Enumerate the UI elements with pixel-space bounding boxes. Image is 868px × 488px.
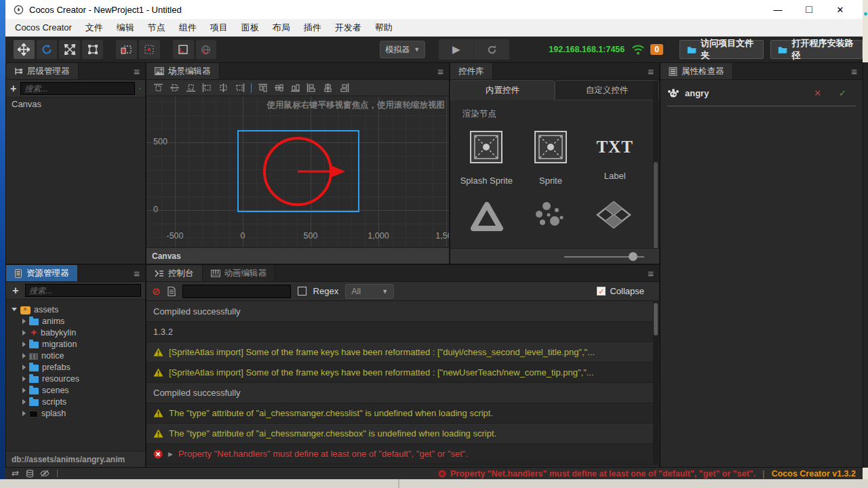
pivot-center-button[interactable] (139, 40, 160, 59)
expander-icon[interactable] (22, 319, 26, 324)
widget-tiledmap-icon[interactable] (596, 201, 631, 229)
console-scrollbar[interactable] (653, 302, 658, 464)
move-tool-button[interactable] (14, 40, 35, 59)
statusbar-error[interactable]: Property "Net.handlers" must define at l… (438, 469, 755, 479)
expander-icon[interactable] (22, 376, 26, 382)
tab-assets[interactable]: 资源管理器 (6, 265, 78, 281)
simulator-dropdown[interactable]: 模拟器 ▼ (380, 41, 425, 58)
menu-cocos-creator[interactable]: Cocos Creator (5, 22, 79, 33)
console-filter-input[interactable] (182, 285, 291, 298)
link-icon[interactable] (139, 84, 141, 94)
align-bottom-icon[interactable] (186, 83, 196, 92)
log-row-warning[interactable]: The "type" attribute of "ai_chessmanger.… (146, 403, 659, 424)
eye-hidden-icon[interactable] (40, 470, 50, 477)
database-icon[interactable] (26, 470, 34, 478)
asset-folder-migration[interactable]: migration (6, 338, 145, 350)
widget-splash-sprite[interactable]: Splash Sprite (458, 131, 515, 186)
asset-folder-resources[interactable]: resources (6, 373, 145, 384)
menu-component[interactable]: 组件 (172, 22, 203, 34)
console-menu-icon[interactable]: ≡ (648, 268, 654, 279)
tab-custom-widgets[interactable]: 自定义控件 (555, 80, 659, 100)
log-row-warning[interactable]: [SpriteAtlas import] Some of the frame k… (146, 342, 659, 363)
distribute-hcenter-icon[interactable] (323, 83, 333, 92)
asset-folder-scenes[interactable]: scenes (6, 384, 145, 396)
expander-icon[interactable] (22, 388, 26, 393)
expander-icon[interactable] (22, 353, 26, 359)
assets-menu-icon[interactable]: ≡ (134, 268, 140, 279)
menu-edit[interactable]: 编辑 (110, 22, 141, 34)
menu-file[interactable]: 文件 (79, 22, 110, 34)
open-log-file-icon[interactable] (167, 287, 176, 296)
asset-root-assets[interactable]: assets (6, 304, 145, 315)
expand-icon[interactable]: ▶ (168, 451, 173, 458)
tab-builtin-widgets[interactable]: 内置控件 (450, 80, 555, 100)
align-top-icon[interactable] (153, 83, 163, 92)
refresh-assets-icon[interactable] (11, 470, 20, 477)
scale-tool-button[interactable] (59, 40, 80, 59)
open-project-folder-button[interactable]: 访问项目文件夹 (679, 40, 764, 59)
widget-sprite[interactable]: Sprite (522, 131, 579, 186)
rotate-tool-button[interactable] (37, 40, 58, 59)
expander-icon[interactable] (22, 342, 26, 347)
add-asset-button[interactable]: + (10, 285, 21, 297)
widget-particle-icon[interactable] (534, 201, 566, 232)
discard-icon[interactable]: ✕ (814, 88, 821, 98)
menu-panel[interactable]: 面板 (235, 22, 266, 34)
menu-help[interactable]: 帮助 (368, 22, 399, 34)
expander-icon[interactable] (22, 330, 26, 336)
regex-checkbox[interactable] (298, 287, 307, 296)
distribute-vcenter-icon[interactable] (274, 83, 284, 92)
tab-console[interactable]: 控制台 (146, 265, 203, 281)
align-right-icon[interactable] (235, 83, 245, 92)
log-level-select[interactable]: All ▼ (345, 284, 394, 299)
asset-item-splash[interactable]: splash (6, 407, 145, 419)
clear-console-icon[interactable]: ⊘ (152, 285, 161, 298)
close-button[interactable]: ✕ (825, 0, 856, 19)
pivot-position-button[interactable] (116, 40, 137, 59)
zoom-slider-knob[interactable] (629, 252, 637, 261)
assets-search-input[interactable] (25, 284, 141, 297)
tab-inspector[interactable]: 属性检查器 (660, 63, 733, 79)
widgets-menu-icon[interactable]: ≡ (648, 66, 654, 77)
widget-label[interactable]: TXT Label (587, 131, 644, 186)
log-row[interactable]: Compiled successfully (146, 302, 659, 322)
log-row-error[interactable]: ▶ Property "Net.handlers" must define at… (146, 444, 659, 464)
rect-tool-button[interactable] (82, 40, 103, 59)
play-button[interactable]: ▶ (439, 39, 474, 60)
tab-hierarchy[interactable]: 层级管理器 (6, 63, 79, 79)
log-row[interactable]: Compiled successfully (146, 383, 659, 403)
distribute-left-icon[interactable] (307, 83, 317, 92)
expander-icon[interactable] (22, 411, 26, 416)
hierarchy-node-canvas[interactable]: Canvas (6, 98, 145, 110)
asset-folder-scripts[interactable]: scripts (6, 396, 145, 407)
log-row[interactable]: 1.3.2 (146, 322, 659, 342)
world-coords-button[interactable] (196, 40, 217, 59)
tab-scene[interactable]: 场景编辑器 (146, 63, 220, 79)
add-node-button[interactable]: + (10, 83, 16, 95)
menu-project[interactable]: 项目 (203, 22, 235, 34)
menu-developer[interactable]: 开发者 (328, 22, 368, 34)
align-hcenter-icon[interactable] (218, 83, 229, 92)
apply-icon[interactable]: ✓ (839, 88, 846, 98)
local-coords-button[interactable] (173, 40, 194, 59)
scene-menu-icon[interactable]: ≡ (437, 66, 443, 77)
distribute-bottom-icon[interactable] (290, 83, 300, 92)
align-left-icon[interactable] (202, 83, 212, 92)
hierarchy-search-input[interactable] (20, 82, 135, 95)
log-row-warning[interactable]: The "type" attribute of "ai_chessmanger.… (146, 424, 659, 444)
asset-item-notice[interactable]: notice (6, 350, 145, 361)
tab-widget-library[interactable]: 控件库 (450, 63, 493, 79)
log-row-warning[interactable]: [SpriteAtlas import] Some of the frame k… (146, 363, 659, 383)
hierarchy-menu-icon[interactable]: ≡ (134, 66, 140, 77)
asset-item-babykylin[interactable]: babykylin (6, 327, 145, 338)
open-install-path-button[interactable]: 打开程序安装路径 (770, 40, 863, 59)
expander-open-icon[interactable] (12, 308, 17, 311)
collapse-checkbox[interactable]: ✓ (597, 287, 606, 296)
maximize-button[interactable]: □ (793, 0, 825, 19)
menu-layout[interactable]: 布局 (266, 22, 297, 34)
tab-anim-editor[interactable]: 动画编辑器 (203, 265, 276, 281)
minimize-button[interactable]: — (762, 0, 793, 19)
scene-viewport[interactable]: 使用鼠标右键平移视窗焦点，使用滚轮缩放视图 500 0 -500 0 500 1… (146, 96, 449, 247)
expander-icon[interactable] (22, 365, 26, 370)
inspector-menu-icon[interactable]: ≡ (851, 66, 857, 77)
